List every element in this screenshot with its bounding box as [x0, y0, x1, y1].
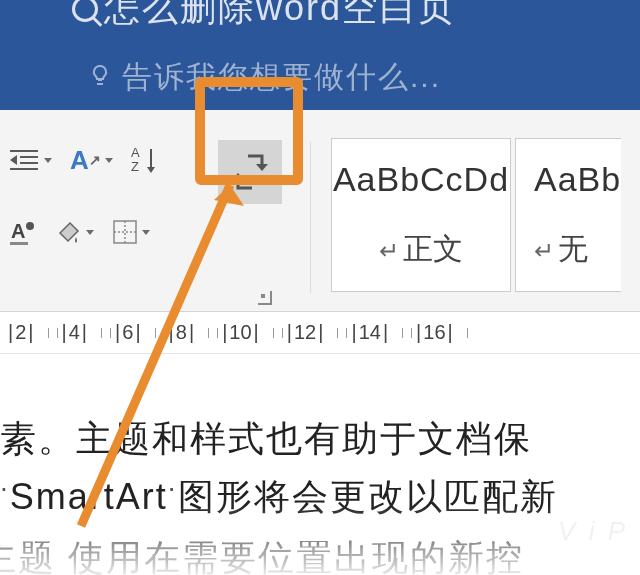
svg-rect-12 — [114, 221, 136, 243]
ribbon: A↗ A Z A — [0, 110, 640, 312]
chevron-down-icon — [142, 230, 150, 235]
show-hide-formatting-button[interactable] — [218, 140, 282, 204]
sort-button[interactable]: A Z — [131, 142, 161, 178]
style-name: ↵正文 — [379, 229, 463, 270]
decrease-indent-button[interactable] — [8, 142, 52, 178]
svg-marker-4 — [10, 155, 17, 165]
svg-marker-8 — [147, 167, 155, 173]
svg-text:Z: Z — [131, 159, 139, 174]
svg-point-10 — [26, 222, 34, 230]
document-area[interactable]: 需元素。主题和样式也有助于文档保 或·SmartArt·图形将会更改以匹配新 的… — [0, 354, 640, 575]
magnifier-icon — [72, 0, 98, 22]
style-preview: AaBbCcDd — [332, 160, 510, 199]
title-text: 怎么删除word空白页 — [104, 0, 456, 33]
svg-text:A: A — [11, 220, 25, 242]
shading-button[interactable] — [56, 214, 94, 250]
svg-marker-16 — [232, 173, 244, 180]
svg-rect-11 — [10, 242, 28, 245]
horizontal-ruler[interactable]: |2| |4| |6| |8| |10| |12| |14| |16| — [0, 312, 640, 354]
dialog-launcher-icon[interactable] — [258, 291, 272, 305]
chevron-down-icon — [105, 158, 113, 163]
lightbulb-icon — [88, 63, 112, 87]
chevron-down-icon — [44, 158, 52, 163]
title-bar-text: 怎么删除word空白页 — [72, 0, 456, 33]
chevron-down-icon — [86, 230, 94, 235]
borders-button[interactable] — [112, 214, 150, 250]
style-tile-normal[interactable]: AaBbCcDd ↵正文 — [331, 138, 511, 292]
style-preview: AaBb — [516, 160, 621, 199]
svg-text:A: A — [131, 145, 140, 160]
svg-marker-15 — [256, 164, 268, 171]
tell-me-input[interactable]: 告诉我您想要做什么... — [122, 57, 441, 98]
style-name: ↵无 — [516, 229, 621, 270]
doc-line: 或·SmartArt·图形将会更改以匹配新 — [0, 468, 640, 529]
style-tile-no-spacing[interactable]: AaBb ↵无 — [515, 138, 621, 292]
text-effects-button[interactable]: A↗ — [70, 142, 113, 178]
doc-line: 需元素。主题和样式也有助于文档保 — [0, 410, 640, 468]
doc-line: 的主题 使用在需要位置出现的新控 — [0, 529, 640, 575]
character-shading-button[interactable]: A — [8, 214, 38, 250]
